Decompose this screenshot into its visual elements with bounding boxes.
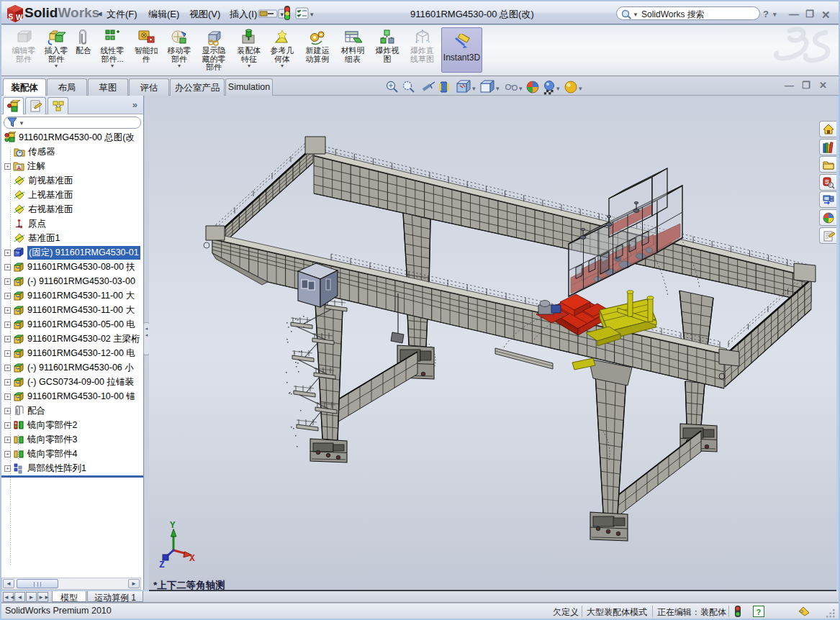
svg-text:▼: ▼ [633, 12, 638, 18]
svg-text:▾: ▾ [496, 85, 500, 92]
svg-text:Z: Z [159, 560, 165, 570]
svg-text:▾: ▾ [556, 85, 560, 92]
svg-text:▾: ▾ [310, 11, 314, 18]
svg-text:X: X [189, 553, 195, 564]
svg-text:▾: ▾ [519, 85, 523, 92]
svg-text:W: W [16, 14, 23, 22]
svg-text:S: S [9, 13, 14, 21]
svg-text:▾: ▾ [472, 85, 476, 92]
svg-text:?: ? [757, 608, 762, 616]
svg-text:Y: Y [170, 521, 176, 531]
svg-text:A: A [17, 165, 22, 171]
svg-text:▾: ▾ [579, 85, 582, 92]
